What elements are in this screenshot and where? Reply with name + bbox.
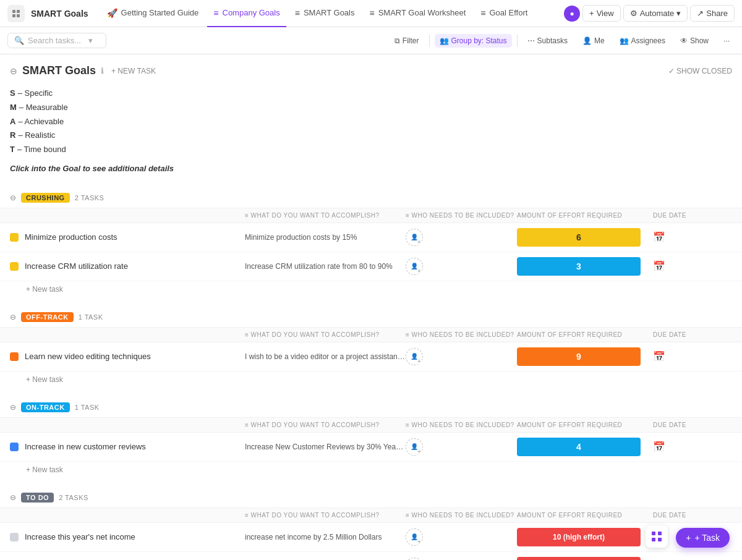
- col-due-header: DUE DATE: [653, 422, 702, 428]
- search-icon: 🔍: [14, 36, 24, 45]
- col-accomplish-header: ≡ WHAT DO YOU WANT TO ACCOMPLISH?: [245, 512, 406, 519]
- avatar[interactable]: 👤 +: [406, 438, 423, 456]
- group-offtrack-toggle[interactable]: ⊖: [10, 313, 16, 321]
- view-button[interactable]: + View: [582, 5, 621, 22]
- group-by-button[interactable]: 👥 Group by: Status: [435, 34, 512, 48]
- task-due: 📅: [653, 441, 702, 452]
- effort-bar: 10 (high effort): [517, 528, 641, 546]
- task-due: 📅: [653, 231, 702, 243]
- calendar-icon[interactable]: 📅: [653, 351, 665, 362]
- group-crushing-toggle[interactable]: ⊖: [10, 193, 16, 202]
- task-checkbox[interactable]: [10, 533, 19, 541]
- info-icon[interactable]: ℹ: [101, 66, 104, 75]
- nav-circle-btn[interactable]: ●: [564, 6, 580, 22]
- assignees-icon: 👥: [620, 36, 629, 45]
- letter-t: T: [10, 143, 15, 156]
- table-row[interactable]: Reduce production idle time Reduce produ…: [0, 552, 742, 560]
- group-todo-toggle[interactable]: ⊖: [10, 493, 16, 502]
- avatar[interactable]: 👤 +: [406, 229, 423, 246]
- calendar-icon[interactable]: 📅: [653, 441, 665, 452]
- group-todo-count: 2 TASKS: [59, 494, 88, 501]
- add-user-icon[interactable]: +: [416, 449, 422, 455]
- task-name: Increase CRM utilization rate: [25, 261, 245, 271]
- task-accomplish: Increase New Customer Reviews by 30% Yea…: [245, 443, 406, 451]
- add-user-icon[interactable]: +: [416, 268, 422, 274]
- divider-2: [517, 35, 518, 47]
- automate-button[interactable]: ⚙ Automate ▾: [623, 5, 688, 22]
- goals-title: SMART Goals: [22, 64, 96, 77]
- task-effort: 4: [517, 438, 653, 456]
- search-box[interactable]: 🔍 Search tasks... ▾: [7, 33, 106, 48]
- plus-icon: +: [686, 533, 691, 543]
- group-todo-badge: TO DO: [21, 493, 54, 503]
- tab-smart-worksheet[interactable]: ≡ SMART Goal Worksheet: [364, 0, 472, 27]
- me-button[interactable]: 👤 Me: [578, 34, 610, 48]
- group-todo-cols: ≡ WHAT DO YOU WANT TO ACCOMPLISH? ≡ WHO …: [0, 507, 742, 523]
- new-task-row-crushing[interactable]: + New task: [0, 281, 742, 297]
- new-task-row-ontrack[interactable]: + New task: [0, 462, 742, 478]
- svg-rect-3: [17, 14, 20, 17]
- avatar[interactable]: 👤 +: [406, 258, 423, 275]
- table-row[interactable]: Increase this year's net income increase…: [0, 523, 742, 552]
- calendar-icon[interactable]: 📅: [653, 261, 665, 271]
- effort-bar: 6: [517, 228, 641, 247]
- assignees-button[interactable]: 👥 Assignees: [615, 34, 670, 48]
- col-effort-header: AMOUNT OF EFFORT REQUIRED: [517, 212, 653, 219]
- show-closed-button[interactable]: ✓ SHOW CLOSED: [668, 67, 732, 75]
- group-offtrack: ⊖ OFF-TRACK 1 TASK ≡ WHAT DO YOU WANT TO…: [0, 307, 742, 388]
- task-name: Learn new video editing techniques: [25, 352, 245, 361]
- group-ontrack-toggle[interactable]: ⊖: [10, 403, 16, 412]
- calendar-icon[interactable]: 📅: [653, 232, 665, 242]
- add-task-fab[interactable]: + + Task: [676, 528, 730, 548]
- task-included: 👤 +: [406, 229, 517, 246]
- table-row[interactable]: Learn new video editing techniques I wis…: [0, 342, 742, 371]
- letter-a: A: [10, 116, 15, 129]
- task-checkbox[interactable]: [10, 233, 19, 242]
- task-included: 👤 +: [406, 258, 517, 275]
- new-task-button[interactable]: + NEW TASK: [111, 67, 156, 75]
- col-due-header: DUE DATE: [653, 512, 702, 519]
- effort-bar: 3: [517, 257, 641, 276]
- share-button[interactable]: ↗ Share: [690, 5, 735, 22]
- tab-smart-goals[interactable]: ≡ SMART Goals: [289, 0, 361, 27]
- task-checkbox[interactable]: [10, 443, 19, 451]
- group-ontrack-header: ⊖ ON-TRACK 1 TASK: [0, 397, 742, 417]
- svg-rect-2: [12, 14, 15, 17]
- check-icon: ✓: [668, 67, 676, 75]
- task-effort: 10 (high effort): [517, 557, 653, 560]
- task-name: Minimize production costs: [25, 232, 245, 242]
- col-accomplish-header: ≡ WHAT DO YOU WANT TO ACCOMPLISH?: [245, 331, 406, 338]
- grid-view-button[interactable]: [646, 525, 668, 548]
- new-task-row-offtrack[interactable]: + New task: [0, 371, 742, 388]
- search-dropdown-icon[interactable]: ▾: [88, 36, 93, 45]
- col-effort-header: AMOUNT OF EFFORT REQUIRED: [517, 422, 653, 428]
- section-toggle[interactable]: ⊖: [10, 66, 17, 76]
- table-row[interactable]: Minimize production costs Minimize produ…: [0, 223, 742, 252]
- svg-rect-4: [652, 532, 655, 535]
- add-user-icon[interactable]: +: [416, 239, 422, 245]
- add-user-icon[interactable]: +: [416, 358, 422, 365]
- svg-rect-7: [658, 538, 662, 541]
- col-included-header: ≡ WHO NEEDS TO BE INCLUDED?: [406, 512, 517, 519]
- click-hint: Click into the Goal to see additional de…: [10, 164, 732, 173]
- avatar[interactable]: 👤 +: [406, 528, 423, 546]
- group-offtrack-count: 1 TASK: [79, 313, 103, 321]
- task-included: 👤 +: [406, 348, 517, 365]
- tab-goal-effort[interactable]: ≡ Goal Effort: [474, 0, 534, 27]
- me-icon: 👤: [582, 36, 592, 45]
- more-button[interactable]: ···: [719, 34, 735, 48]
- avatar[interactable]: 👤 +: [406, 348, 423, 365]
- tab-getting-started[interactable]: 🚀 Getting Started Guide: [101, 0, 205, 27]
- filter-button[interactable]: ⧉ Filter: [390, 34, 424, 48]
- toolbar-actions: ⧉ Filter 👥 Group by: Status ⋯ Subtasks 👤…: [390, 34, 735, 48]
- subtasks-button[interactable]: ⋯ Subtasks: [522, 34, 573, 48]
- task-checkbox[interactable]: [10, 262, 19, 271]
- tab-company-goals[interactable]: ≡ Company Goals: [207, 0, 286, 27]
- task-included: 👤 +: [406, 558, 517, 560]
- add-user-icon[interactable]: +: [416, 539, 422, 545]
- avatar[interactable]: 👤 +: [406, 558, 423, 560]
- table-row[interactable]: Increase CRM utilization rate Increase C…: [0, 252, 742, 281]
- task-checkbox[interactable]: [10, 352, 19, 361]
- table-row[interactable]: Increase in new customer reviews Increas…: [0, 433, 742, 462]
- show-button[interactable]: 👁 Show: [675, 34, 714, 48]
